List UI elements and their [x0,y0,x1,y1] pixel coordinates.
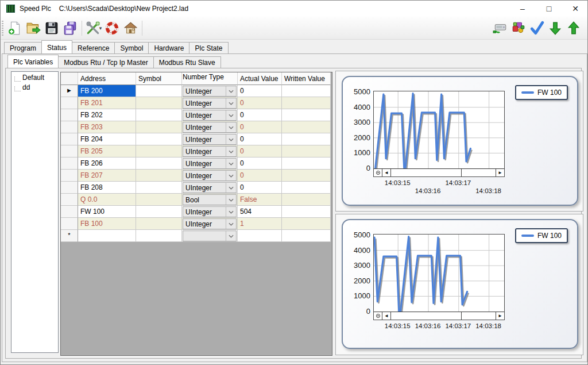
symbol-cell[interactable] [136,145,182,157]
grid-row[interactable]: FB 205UInteger0 [61,145,331,157]
actual-value-cell[interactable]: 0 [238,133,282,145]
symbol-cell[interactable] [136,182,182,194]
number-type-cell[interactable]: UInteger [182,170,238,182]
written-value-cell[interactable] [282,85,331,97]
help-button[interactable] [103,19,121,37]
number-type-cell[interactable]: UInteger [182,206,238,218]
minimize-button[interactable]: – [509,1,536,17]
address-cell[interactable] [78,230,136,242]
number-type-cell[interactable]: UInteger [182,157,238,170]
address-cell[interactable]: FB 206 [78,157,136,170]
actual-value-cell[interactable]: 1 [238,218,282,230]
column-header-number-type[interactable]: Number Type [182,72,238,85]
maximize-button[interactable]: □ [536,1,562,17]
row-header-cell[interactable] [61,157,78,170]
zoom-reset-button[interactable] [374,169,382,176]
upload-from-plc-button[interactable] [564,19,583,37]
number-type-cell[interactable]: UInteger [182,97,238,109]
chevron-down-icon[interactable] [226,207,236,217]
number-type-combobox[interactable]: UInteger [183,110,237,121]
tab-plc-state[interactable]: Plc State [189,42,228,53]
address-cell[interactable]: FB 205 [78,145,136,157]
actual-value-cell[interactable]: 0 [238,157,282,170]
symbol-cell[interactable] [136,206,182,218]
grid-row[interactable]: FB 206UInteger0 [61,157,331,170]
save-button[interactable] [42,19,61,37]
scroll-right-button[interactable]: ► [496,169,504,176]
symbol-cell[interactable] [136,121,182,133]
zoom-reset-button[interactable] [374,312,382,320]
plc-connection-button[interactable] [491,19,509,37]
row-header-cell[interactable] [61,206,78,218]
written-value-cell[interactable] [282,145,331,157]
row-header-cell[interactable] [61,218,78,230]
column-header-actual-value[interactable]: Actual Value [238,72,282,85]
number-type-cell[interactable]: UInteger [182,109,238,121]
address-cell[interactable]: FB 208 [78,182,136,194]
row-header-cell[interactable] [61,97,78,109]
row-header-cell[interactable] [61,182,78,194]
address-cell[interactable]: FB 207 [78,170,136,182]
scroll-track[interactable] [391,312,496,320]
address-cell[interactable]: FB 200 [78,85,136,97]
new-file-button[interactable] [6,19,24,37]
number-type-cell[interactable]: UInteger [182,85,238,97]
symbol-cell[interactable] [136,109,182,121]
save-all-button[interactable] [61,19,79,37]
tab-program[interactable]: Program [4,42,42,53]
tab-symbol[interactable]: Symbol [114,42,149,53]
actual-value-cell[interactable]: 504 [238,206,282,218]
chevron-down-icon[interactable] [226,110,236,120]
written-value-cell[interactable] [282,194,331,206]
actual-value-cell[interactable]: 0 [238,145,282,157]
scroll-thumb[interactable] [461,312,496,320]
symbol-cell[interactable] [136,85,182,97]
number-type-combobox[interactable]: UInteger [183,218,237,229]
number-type-cell[interactable]: UInteger [182,182,238,194]
number-type-cell[interactable]: UInteger [182,218,238,230]
subtab-modbus-rtu-slave[interactable]: Modbus Rtu Slave [153,56,221,68]
number-type-cell[interactable]: UInteger [182,133,238,145]
actual-value-cell[interactable]: 0 [238,85,282,97]
tab-hardware[interactable]: Hardware [148,42,189,53]
row-header-cell[interactable] [61,133,78,145]
column-header-address[interactable]: Address [78,72,136,85]
chart-hscrollbar[interactable]: ◄ ► [374,312,504,320]
row-header-cell[interactable] [61,109,78,121]
grid-row[interactable]: FB 100UInteger1 [61,218,331,230]
written-value-cell[interactable] [282,133,331,145]
address-cell[interactable]: FB 100 [78,218,136,230]
compile-check-button[interactable] [528,19,546,37]
actual-value-cell[interactable]: 0 [238,170,282,182]
grid-row[interactable]: FB 207UInteger0 [61,170,331,182]
chevron-down-icon[interactable] [226,135,236,144]
chevron-down-icon[interactable] [226,159,236,168]
number-type-combobox[interactable]: UInteger [183,122,237,133]
tree-item-dd[interactable]: dd [11,82,58,91]
symbol-cell[interactable] [136,157,182,170]
hardware-blocks-button[interactable] [509,19,528,37]
written-value-cell[interactable] [282,97,331,109]
open-project-button[interactable] [24,19,42,37]
chevron-down-icon[interactable] [226,147,236,156]
row-header-cell[interactable]: * [61,230,78,242]
number-type-cell[interactable]: Bool [182,194,238,206]
tab-status[interactable]: Status [41,40,72,53]
written-value-cell[interactable] [282,157,331,170]
home-button[interactable] [121,19,140,37]
column-header-written-value[interactable]: Written Value [282,72,331,85]
address-cell[interactable]: FW 100 [78,206,136,218]
row-header-cell[interactable] [61,145,78,157]
column-header-symbol[interactable]: Symbol [136,72,182,85]
written-value-cell[interactable] [282,218,331,230]
chevron-down-icon[interactable] [226,98,236,108]
number-type-combobox[interactable]: UInteger [183,98,237,109]
grid-row[interactable]: FB 201UInteger0 [61,97,331,109]
actual-value-cell[interactable]: 0 [238,121,282,133]
tab-reference[interactable]: Reference [72,42,115,53]
chevron-down-icon[interactable] [226,195,236,205]
chevron-down-icon[interactable] [226,86,236,96]
number-type-combobox[interactable] [183,230,237,241]
address-cell[interactable]: FB 202 [78,109,136,121]
grid-row[interactable]: ►FB 200UInteger0 [61,85,331,97]
